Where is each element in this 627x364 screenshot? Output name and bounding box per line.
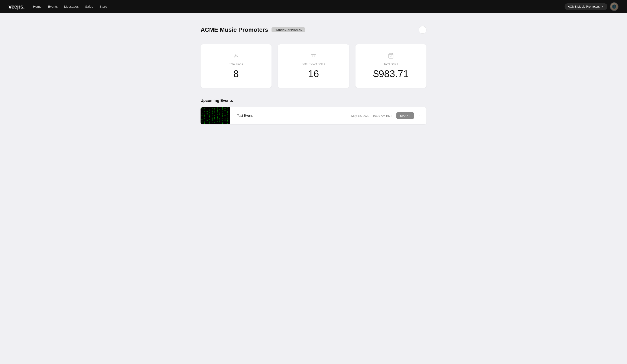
event-date: May 18, 2022 – 10:29 AM EDT: [351, 114, 396, 117]
svg-point-0: [235, 54, 237, 56]
nav-left: veeps. Home Events Messages Sales Store: [8, 3, 107, 10]
stat-label-ticket-sales: Total Ticket Sales: [302, 62, 325, 66]
stat-label-total-sales: Total Sales: [384, 62, 398, 66]
org-selector-button[interactable]: ACME Music Promoters ▼: [565, 3, 607, 10]
nav-events[interactable]: Events: [48, 5, 58, 8]
person-icon: [233, 53, 239, 60]
stat-card-total-sales: Total Sales $983.71: [356, 44, 426, 88]
event-card: 101101001 01011010 110011010 0011010 101…: [201, 107, 426, 124]
event-more-button[interactable]: ···: [417, 113, 422, 118]
page-title: ACME Music Promoters: [201, 26, 268, 33]
upcoming-events-section: Upcoming Events 101101001 01011010 11001…: [201, 99, 426, 124]
stats-grid: Total Fans 8 Total Ticket Sales 16: [201, 44, 426, 88]
page-header: ACME Music Promoters PENDING APPROVAL ··…: [201, 26, 426, 34]
org-selector-label: ACME Music Promoters: [568, 5, 600, 8]
draft-button[interactable]: DRAFT: [396, 112, 414, 119]
nav-home[interactable]: Home: [33, 5, 42, 8]
nav-right: ACME Music Promoters ▼ 🌑: [565, 2, 619, 11]
status-badge: PENDING APPROVAL: [271, 27, 305, 32]
bag-icon: [388, 53, 394, 60]
page-header-left: ACME Music Promoters PENDING APPROVAL: [201, 26, 305, 33]
upcoming-events-title: Upcoming Events: [201, 99, 426, 103]
stat-label-fans: Total Fans: [229, 62, 243, 66]
navbar: veeps. Home Events Messages Sales Store …: [0, 0, 627, 13]
main-content: ACME Music Promoters PENDING APPROVAL ··…: [194, 13, 433, 137]
event-actions: DRAFT ···: [396, 112, 426, 119]
more-options-button[interactable]: ···: [419, 26, 426, 34]
chevron-down-icon: ▼: [601, 5, 604, 8]
stat-card-ticket-sales: Total Ticket Sales 16: [278, 44, 349, 88]
nav-store[interactable]: Store: [100, 5, 107, 8]
nav-links: Home Events Messages Sales Store: [33, 5, 107, 8]
nav-sales[interactable]: Sales: [85, 5, 93, 8]
event-image: 101101001 01011010 110011010 0011010 101…: [201, 107, 230, 124]
svg-rect-1: [311, 54, 316, 57]
stat-value-ticket-sales: 16: [308, 68, 319, 79]
ticket-icon: [311, 53, 316, 60]
event-info: Test Event: [230, 114, 351, 118]
stat-card-fans: Total Fans 8: [201, 44, 271, 88]
avatar[interactable]: 🌑: [610, 2, 619, 11]
nav-messages[interactable]: Messages: [64, 5, 79, 8]
stat-value-fans: 8: [233, 68, 239, 79]
event-name: Test Event: [237, 114, 253, 117]
logo[interactable]: veeps.: [8, 3, 25, 10]
event-thumbnail: 101101001 01011010 110011010 0011010 101…: [201, 107, 230, 124]
stat-value-total-sales: $983.71: [373, 68, 409, 79]
